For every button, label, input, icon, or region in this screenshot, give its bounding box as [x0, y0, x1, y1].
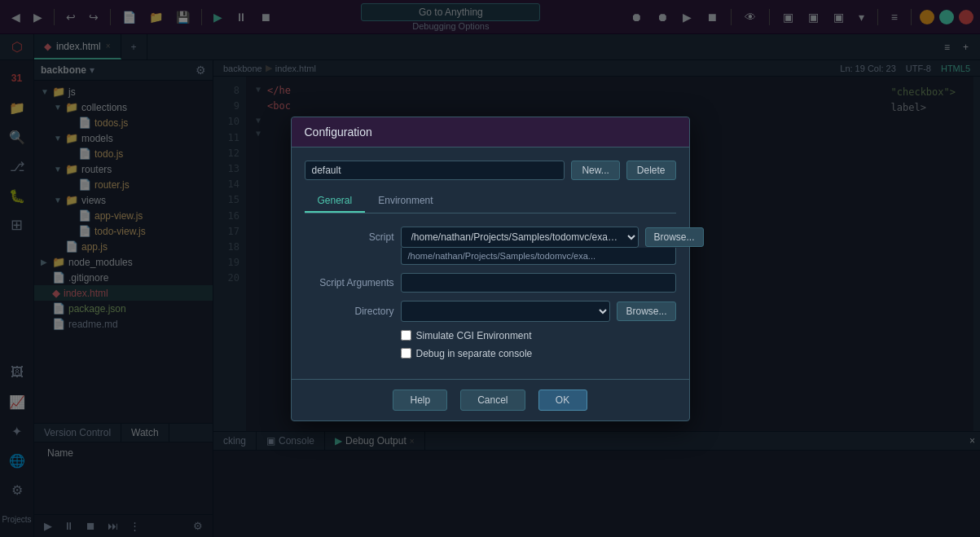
script-dropdown-hint: /home/nathan/Projects/Samples/todomvc/ex… — [401, 248, 676, 265]
modal-body: default New... Delete General Environmen… — [292, 147, 689, 379]
browse-dir-button[interactable]: Browse... — [617, 302, 675, 321]
script-args-label: Script Arguments — [305, 277, 394, 288]
cancel-button[interactable]: Cancel — [460, 390, 525, 411]
new-config-button[interactable]: New... — [571, 161, 619, 180]
simulate-cgi-label[interactable]: Simulate CGI Environment — [416, 330, 532, 341]
modal-header: Configuration — [292, 117, 689, 147]
simulate-cgi-checkbox[interactable] — [401, 330, 411, 341]
browse-script-button[interactable]: Browse... — [645, 227, 704, 247]
directory-label: Directory — [305, 306, 394, 317]
simulate-cgi-row: Simulate CGI Environment — [401, 330, 676, 341]
debug-separate-row: Debug in separate console — [401, 348, 676, 359]
modal-overlay: Configuration default New... Delete Gene… — [0, 0, 980, 537]
script-args-row: Script Arguments — [305, 273, 676, 293]
help-button[interactable]: Help — [393, 390, 447, 411]
configuration-modal: Configuration default New... Delete Gene… — [291, 117, 690, 421]
directory-row: Directory Browse... — [305, 301, 676, 322]
modal-tab-environment[interactable]: Environment — [365, 190, 446, 213]
script-args-input[interactable] — [401, 273, 676, 293]
modal-title: Configuration — [305, 125, 372, 139]
script-input[interactable]: /home/nathan/Projects/Samples/todomvc/ex… — [401, 227, 639, 248]
modal-footer: Help Cancel OK — [292, 379, 689, 420]
config-select[interactable]: default — [305, 161, 565, 180]
ok-button[interactable]: OK — [538, 390, 587, 411]
modal-tab-general[interactable]: General — [305, 190, 366, 213]
config-select-row: default New... Delete — [305, 161, 676, 180]
modal-tabs: General Environment — [305, 190, 676, 213]
delete-config-button[interactable]: Delete — [626, 161, 676, 180]
debug-separate-label[interactable]: Debug in separate console — [416, 348, 533, 359]
script-row: Script /home/nathan/Projects/Samples/tod… — [305, 227, 676, 248]
debug-separate-checkbox[interactable] — [401, 348, 411, 359]
directory-input[interactable] — [401, 301, 611, 322]
script-label: Script — [305, 231, 394, 243]
